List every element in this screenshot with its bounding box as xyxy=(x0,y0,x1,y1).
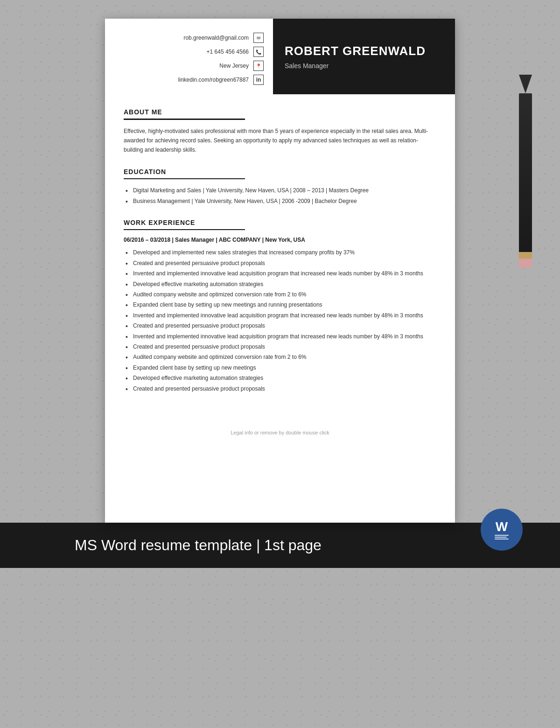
job-bullet-item: Created and presented persuasive product… xyxy=(124,321,436,330)
about-title: ABOUT ME xyxy=(124,108,436,116)
linkedin-icon: in xyxy=(253,75,264,85)
page-wrapper: rob.greenwald@gnail.com ✉ +1 645 456 456… xyxy=(0,19,560,568)
job-header: 06/2016 – 03/2018 | Sales Manager | ABC … xyxy=(124,237,436,243)
job-bullet-item: Developed effective marketing automation… xyxy=(124,280,436,289)
job-bullet-item: Expanded client base by setting up new m… xyxy=(124,300,436,309)
education-list-item: Business Management | Yale University, N… xyxy=(124,196,436,206)
job-bullet-item: Invented and implemented innovative lead… xyxy=(124,269,436,278)
bottom-bar-label: MS Word resume template | 1st page xyxy=(75,537,322,553)
job-bullets-list: Developed and implemented new sales stra… xyxy=(124,248,436,393)
candidate-name: ROBERT GREENWALD xyxy=(285,44,443,58)
job-bullet-item: Audited company website and optimized co… xyxy=(124,290,436,299)
email-text: rob.greenwald@gnail.com xyxy=(183,35,249,41)
word-badge-line-2 xyxy=(495,537,507,538)
job-bullet-item: Invented and implemented innovative lead… xyxy=(124,332,436,341)
job-bullet-item: Created and presented persuasive product… xyxy=(124,342,436,351)
linkedin-text: linkedin.com/robgreen67887 xyxy=(178,77,249,83)
resume-paper: rob.greenwald@gnail.com ✉ +1 645 456 456… xyxy=(105,19,455,523)
about-divider xyxy=(124,119,245,120)
education-divider xyxy=(124,178,245,180)
word-badge-line-3 xyxy=(495,539,509,539)
word-badge-line-1 xyxy=(495,535,509,536)
job-bullet-item: Created and presented persuasive product… xyxy=(124,384,436,393)
resume-content: ABOUT ME Effective, highly-motivated sal… xyxy=(105,94,455,420)
education-section: EDUCATION Digital Marketing and Sales | … xyxy=(124,168,436,206)
location-icon: 📍 xyxy=(253,61,264,71)
legal-text: Legal info or remove by double mouse cli… xyxy=(231,430,329,435)
job-bullet-item: Invented and implemented innovative lead… xyxy=(124,311,436,320)
phone-text: +1 645 456 4566 xyxy=(207,49,249,55)
education-list-item: Digital Marketing and Sales | Yale Unive… xyxy=(124,186,436,195)
contact-section: rob.greenwald@gnail.com ✉ +1 645 456 456… xyxy=(105,19,273,94)
about-section: ABOUT ME Effective, highly-motivated sal… xyxy=(124,108,436,155)
email-icon: ✉ xyxy=(253,33,264,43)
education-title: EDUCATION xyxy=(124,168,436,175)
email-contact-item: rob.greenwald@gnail.com ✉ xyxy=(119,33,264,43)
job-bullet-item: Developed and implemented new sales stra… xyxy=(124,248,436,257)
pencil-decoration xyxy=(519,75,532,271)
phone-contact-item: +1 645 456 4566 📞 xyxy=(119,47,264,57)
about-text: Effective, highly-motivated sales profes… xyxy=(124,126,436,155)
pencil-tip xyxy=(519,75,532,93)
pencil-eraser xyxy=(519,259,532,268)
word-badge-letter: W xyxy=(496,520,508,533)
name-section: ROBERT GREENWALD Sales Manager xyxy=(273,19,455,94)
job-bullet-item: Developed effective marketing automation… xyxy=(124,373,436,383)
pencil-band xyxy=(519,252,532,259)
work-divider xyxy=(124,229,245,231)
job-bullet-item: Audited company website and optimized co… xyxy=(124,352,436,362)
linkedin-contact-item: linkedin.com/robgreen67887 in xyxy=(119,75,264,85)
word-badge-lines xyxy=(495,535,509,539)
location-text: New Jersey xyxy=(219,63,249,69)
pencil-body xyxy=(519,93,532,252)
resume-footer: Legal info or remove by double mouse cli… xyxy=(105,420,455,445)
resume-header: rob.greenwald@gnail.com ✉ +1 645 456 456… xyxy=(105,19,455,94)
word-badge: W xyxy=(481,509,523,551)
job-bullet-item: Created and presented persuasive product… xyxy=(124,259,436,268)
bottom-bar: MS Word resume template | 1st page W xyxy=(0,523,560,568)
candidate-title: Sales Manager xyxy=(285,62,443,70)
work-section: WORK EXPERIENCE 06/2016 – 03/2018 | Sale… xyxy=(124,219,436,393)
phone-icon: 📞 xyxy=(253,47,264,57)
location-contact-item: New Jersey 📍 xyxy=(119,61,264,71)
work-experience-container: 06/2016 – 03/2018 | Sales Manager | ABC … xyxy=(124,237,436,393)
paper-wrapper: rob.greenwald@gnail.com ✉ +1 645 456 456… xyxy=(105,19,455,523)
job-bullet-item: Expanded client base by setting up new m… xyxy=(124,363,436,372)
work-title: WORK EXPERIENCE xyxy=(124,219,436,226)
education-list: Digital Marketing and Sales | Yale Unive… xyxy=(124,186,436,206)
